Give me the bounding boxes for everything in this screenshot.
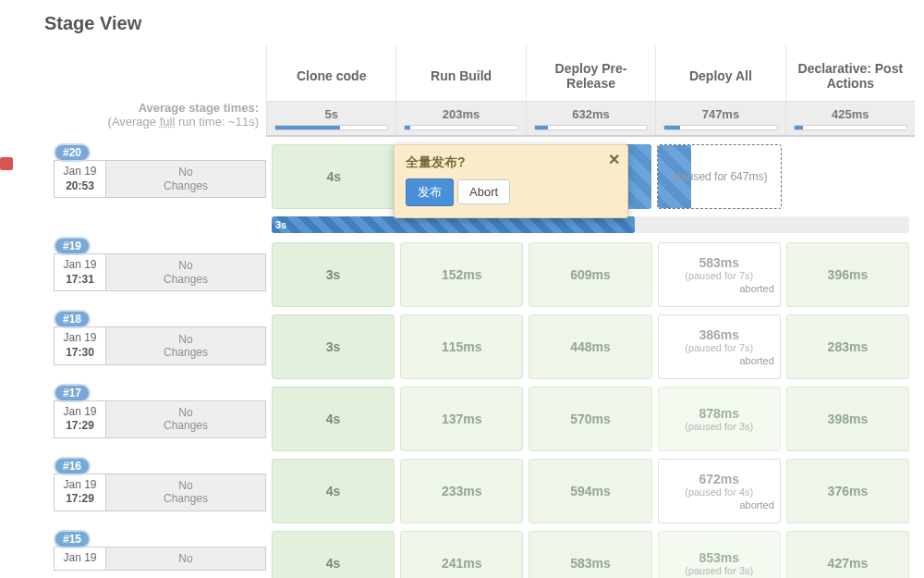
stage-cell[interactable]: 115ms [400, 314, 523, 379]
builds-column: Average stage times: (Average full run t… [9, 45, 266, 578]
stage-header: Run Build [395, 45, 525, 101]
stage-cell[interactable]: 609ms [529, 242, 651, 307]
page-title: Stage View [44, 13, 915, 34]
stage-cell[interactable]: 4s [272, 387, 395, 451]
stage-cell[interactable]: 137ms [400, 387, 523, 451]
stage-cell[interactable]: 853ms(paused for 3s) [658, 531, 781, 578]
stage-cell[interactable]: 3s [272, 314, 395, 379]
stage-cell[interactable]: 233ms [400, 459, 523, 523]
stage-cell[interactable]: 376ms [786, 459, 909, 523]
build-card: Jan 1920:53NoChanges [54, 160, 266, 198]
stage-header: Clone code [266, 45, 395, 101]
stage-cell[interactable]: 4s [272, 144, 395, 209]
stage-average: 203ms [395, 102, 525, 135]
stage-cell[interactable]: 672ms(paused for 4s)aborted [658, 459, 781, 523]
build-date: Jan 1917:29 [55, 401, 106, 437]
run-progress: 3s [272, 216, 909, 233]
run-row: 3s115ms448ms386ms(paused for 7s)aborted2… [266, 311, 915, 383]
stage-cell[interactable]: 594ms [529, 459, 651, 523]
stage-cell[interactable]: 152ms [400, 242, 523, 307]
proceed-button[interactable]: 发布 [406, 178, 454, 206]
build-badge[interactable]: #19 [54, 237, 91, 255]
build-entry[interactable]: #15Jan 19No [9, 521, 266, 578]
stage-header: Deploy Pre-Release [526, 45, 655, 101]
input-message: 全量发布? [406, 154, 616, 171]
build-changes: NoChanges [106, 401, 265, 437]
stage-cell[interactable]: 4s [272, 531, 395, 578]
stage-view: Average stage times: (Average full run t… [9, 45, 915, 578]
build-entry[interactable]: #16Jan 1917:29NoChanges [9, 448, 266, 521]
build-badge[interactable]: #20 [54, 143, 91, 162]
stage-average: 425ms [785, 102, 915, 135]
run-row: 4s241ms583ms853ms(paused for 3s)427ms [266, 527, 915, 578]
build-badge[interactable]: #18 [54, 310, 91, 328]
stage-cell[interactable]: 448ms [529, 314, 651, 379]
stage-average: 747ms [655, 102, 784, 135]
build-card: Jan 1917:31NoChanges [54, 253, 266, 291]
build-card: Jan 1917:29NoChanges [54, 473, 266, 511]
run-row: 3s152ms609ms583ms(paused for 7s)aborted3… [266, 239, 915, 311]
build-badge[interactable]: #15 [54, 530, 91, 548]
stage-cell[interactable]: 283ms [786, 314, 909, 379]
stage-header: Deploy All [655, 45, 784, 101]
build-entry[interactable]: #18Jan 1917:30NoChanges [9, 301, 266, 374]
input-popup: ✕全量发布?发布Abort [394, 144, 628, 218]
build-date: Jan 1917:30 [55, 327, 106, 363]
stage-cell[interactable]: (paused for 647ms) [657, 144, 781, 209]
build-date: Jan 1917:31 [55, 254, 106, 290]
stage-cell[interactable]: 386ms(paused for 7s)aborted [658, 314, 781, 379]
build-card: Jan 1917:29NoChanges [54, 400, 266, 438]
build-changes: NoChanges [106, 327, 265, 363]
build-badge[interactable]: #17 [54, 384, 91, 402]
build-date: Jan 1917:29 [55, 474, 106, 510]
stage-average: 5s [266, 102, 395, 135]
close-icon[interactable]: ✕ [608, 151, 620, 168]
build-changes: NoChanges [106, 254, 265, 290]
stage-cell[interactable]: 570ms [529, 387, 651, 451]
build-card: Jan 1917:30NoChanges [54, 326, 266, 364]
build-changes: No [106, 547, 265, 570]
stage-cell[interactable]: 427ms [786, 531, 909, 578]
average-times-label: Average stage times: (Average full run t… [9, 45, 266, 134]
stage-cell[interactable]: 241ms [400, 531, 523, 578]
stage-grid: Clone codeRun BuildDeploy Pre-ReleaseDep… [266, 45, 915, 578]
build-card: Jan 19No [54, 547, 266, 571]
run-row: 4s233ms594ms672ms(paused for 4s)aborted3… [266, 455, 915, 527]
abort-button[interactable]: Abort [457, 179, 510, 204]
stage-cell[interactable]: 398ms [786, 387, 909, 451]
stage-cell[interactable]: 878ms(paused for 3s) [658, 387, 781, 451]
stage-cell[interactable]: 396ms [786, 242, 909, 307]
stage-cell[interactable]: 583ms [529, 531, 651, 578]
stage-cell[interactable] [787, 144, 909, 209]
build-entry[interactable]: #19Jan 1917:31NoChanges [9, 228, 266, 301]
build-changes: NoChanges [106, 474, 265, 510]
stage-cell[interactable]: 583ms(paused for 7s)aborted [658, 242, 781, 307]
run-row: 4s137ms570ms878ms(paused for 3s)398ms [266, 383, 915, 455]
stage-header: Declarative: Post Actions [785, 45, 915, 101]
build-date: Jan 19 [55, 547, 106, 570]
stage-cell[interactable]: 3s [272, 242, 395, 307]
build-entry[interactable]: #20Jan 1920:53NoChanges [9, 134, 266, 228]
build-changes: NoChanges [106, 161, 265, 197]
run-row: 4s(paused for 647ms)3s✕全量发布?发布Abort [266, 135, 915, 239]
build-date: Jan 1920:53 [55, 161, 106, 197]
build-badge[interactable]: #16 [54, 457, 91, 475]
stage-average: 632ms [526, 102, 655, 135]
build-entry[interactable]: #17Jan 1917:29NoChanges [9, 375, 266, 448]
stage-cell[interactable]: 4s [272, 459, 395, 523]
